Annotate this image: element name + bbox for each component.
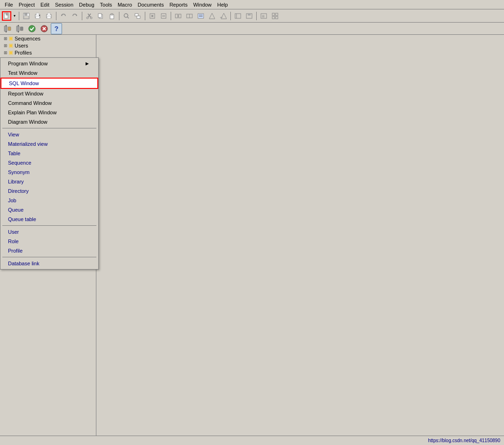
dropdown-menu-container: Program Window ▶ Test Window SQL Window … — [0, 57, 99, 270]
expand-icon: ⊞ — [4, 43, 8, 48]
menu-file[interactable]: File — [2, 1, 16, 8]
toolbar-b2[interactable] — [158, 11, 169, 21]
svg-rect-4 — [24, 13, 27, 16]
menu-item-label: Queue — [8, 207, 24, 213]
menu-help[interactable]: Help — [214, 1, 231, 8]
svg-rect-51 — [272, 16, 275, 19]
toolbar-b10[interactable]: ⊞ — [259, 11, 269, 21]
sep7 — [230, 12, 231, 20]
toolbar-b7[interactable] — [218, 11, 228, 21]
connect-button[interactable] — [2, 23, 13, 34]
svg-rect-9 — [39, 15, 40, 16]
svg-rect-60 — [20, 27, 23, 31]
menu-item-label: Diagram Window — [8, 119, 47, 125]
main-toolbar: ▼ — [0, 9, 504, 23]
svg-rect-53 — [4, 26, 7, 32]
svg-rect-58 — [18, 25, 19, 26]
commit-button[interactable] — [26, 23, 38, 34]
svg-rect-33 — [179, 14, 181, 18]
right-panel — [96, 35, 504, 436]
menu-item-label: User — [8, 229, 19, 235]
toolbar-b8[interactable] — [233, 11, 243, 21]
menu-item-database-link[interactable]: Database link — [0, 259, 98, 268]
menu-sep-2 — [2, 225, 96, 226]
cut-button[interactable] — [84, 11, 94, 21]
menu-item-table[interactable]: Table — [0, 149, 98, 158]
folder-icon: ▣ — [8, 42, 13, 48]
sep5 — [145, 12, 145, 20]
tree-item-sequences[interactable]: ⊞ ▣ Sequences — [0, 35, 96, 42]
toolbar-b4[interactable] — [184, 11, 195, 21]
save-button[interactable] — [21, 11, 32, 21]
toolbar-b1[interactable] — [147, 11, 158, 21]
menu-item-command-window[interactable]: Command Window — [0, 98, 98, 108]
menu-item-user[interactable]: User — [0, 227, 98, 237]
menu-item-program-window[interactable]: Program Window ▶ — [0, 59, 98, 68]
rollback-button[interactable] — [39, 23, 50, 34]
undo-button[interactable] — [58, 11, 69, 21]
menu-item-queue-table[interactable]: Queue table — [0, 215, 98, 224]
svg-rect-12 — [47, 16, 51, 18]
menu-item-role[interactable]: Role — [0, 237, 98, 246]
toolbar-b9[interactable] — [244, 11, 254, 21]
paste-button[interactable] — [107, 11, 117, 21]
svg-rect-37 — [198, 14, 204, 18]
replace-button[interactable] — [133, 11, 143, 21]
redo-button[interactable] — [70, 11, 80, 21]
menu-item-label: Profile — [8, 248, 23, 254]
tree-label: Sequences — [15, 36, 40, 41]
menu-debug[interactable]: Debug — [76, 1, 97, 8]
svg-marker-41 — [221, 13, 227, 19]
menu-item-label: SQL Window — [9, 80, 39, 86]
menu-edit[interactable]: Edit — [38, 1, 52, 8]
menu-window[interactable]: Window — [190, 1, 214, 8]
menubar: File Project Edit Session Debug Tools Ma… — [0, 0, 504, 9]
svg-rect-54 — [6, 25, 7, 26]
sep4 — [119, 12, 119, 20]
menu-item-explain-plan[interactable]: Explain Plan Window — [0, 108, 98, 117]
help-button[interactable]: ? — [51, 23, 62, 34]
svg-rect-56 — [8, 27, 11, 31]
search-button[interactable] — [121, 11, 132, 21]
menu-item-library[interactable]: Library — [0, 177, 98, 186]
menu-item-queue[interactable]: Queue — [0, 205, 98, 215]
menu-macro[interactable]: Macro — [115, 1, 135, 8]
toolbar-b11[interactable] — [270, 11, 280, 21]
toolbar-b5[interactable] — [196, 11, 206, 21]
main-layout: ⊞ ▣ Sequences ⊞ ▣ Users ⊞ ▣ Profiles ⊞ ▣… — [0, 35, 504, 436]
svg-rect-5 — [24, 16, 29, 18]
menu-item-label: Directory — [8, 188, 29, 194]
menu-sep-1 — [2, 128, 96, 128]
print-button[interactable] — [32, 11, 43, 21]
menu-item-profile[interactable]: Profile — [0, 246, 98, 255]
tree-item-profiles[interactable]: ⊞ ▣ Profiles — [0, 49, 96, 56]
menu-item-job[interactable]: Job — [0, 196, 98, 205]
menu-reports[interactable]: Reports — [166, 1, 190, 8]
menu-item-synonym[interactable]: Synonym — [0, 167, 98, 177]
new-dropdown-button[interactable]: ▼ — [12, 11, 17, 21]
menu-item-diagram-window[interactable]: Diagram Window — [0, 117, 98, 127]
toolbar-b6[interactable] — [207, 11, 217, 21]
new-button[interactable] — [2, 11, 11, 21]
menu-item-directory[interactable]: Directory — [0, 186, 98, 196]
expand-icon: ⊞ — [4, 50, 8, 55]
copy-button[interactable] — [95, 11, 106, 21]
menu-project[interactable]: Project — [16, 1, 38, 8]
menu-item-test-window[interactable]: Test Window — [0, 68, 98, 78]
tree-item-users[interactable]: ⊞ ▣ Users — [0, 42, 96, 49]
statusbar-url: https://blog.csdn.net/qq_41150890 — [428, 438, 500, 443]
menu-item-view[interactable]: View — [0, 130, 98, 139]
expand-icon: ⊞ — [4, 36, 8, 41]
menu-item-materialized-view[interactable]: Materialized view — [0, 139, 98, 149]
menu-tools[interactable]: Tools — [97, 1, 115, 8]
menu-item-sequence[interactable]: Sequence — [0, 158, 98, 167]
toolbar-b3[interactable] — [173, 11, 183, 21]
disconnect-button[interactable] — [14, 23, 25, 34]
menu-documents[interactable]: Documents — [135, 1, 167, 8]
menu-item-sql-window[interactable]: SQL Window — [0, 78, 98, 89]
sep1 — [19, 12, 19, 20]
menu-sep-3 — [2, 257, 96, 257]
menu-item-report-window[interactable]: Report Window — [0, 89, 98, 98]
menu-session[interactable]: Session — [52, 1, 76, 8]
print2-button[interactable] — [44, 11, 54, 21]
